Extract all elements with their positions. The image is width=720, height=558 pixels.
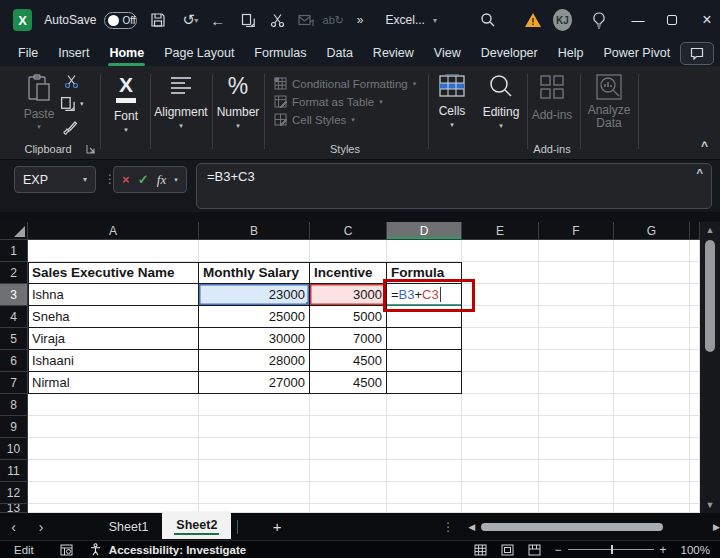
zoom-slider-thumb[interactable] — [611, 545, 613, 554]
cell-C11[interactable] — [310, 460, 387, 482]
cell-A1[interactable] — [28, 240, 199, 262]
enter-entry-button[interactable]: ✓ — [138, 172, 149, 187]
tab-file[interactable]: File — [8, 42, 48, 64]
cell-B10[interactable] — [199, 438, 310, 460]
cell-F5[interactable] — [539, 328, 614, 350]
clipboard-dialog-launcher-icon[interactable] — [86, 144, 96, 154]
row-header-9[interactable]: 9 — [0, 416, 28, 438]
name-box[interactable]: EXP ▾ — [14, 166, 96, 193]
vertical-scrollbar[interactable]: ▲ ▼ — [700, 222, 720, 513]
tab-insert[interactable]: Insert — [48, 42, 99, 64]
cell-B3[interactable]: 23000 — [199, 284, 310, 306]
cell-D10[interactable] — [387, 438, 462, 460]
column-header-F[interactable]: F — [539, 222, 614, 240]
cell-G4[interactable] — [614, 306, 690, 328]
cell-E2[interactable] — [462, 262, 539, 284]
cell-D12[interactable] — [387, 482, 462, 504]
cell-F9[interactable] — [539, 416, 614, 438]
cell-G1[interactable] — [614, 240, 690, 262]
close-button[interactable]: × — [694, 6, 720, 34]
cell-D1[interactable] — [387, 240, 462, 262]
row-header-7[interactable]: 7 — [0, 372, 28, 394]
tab-review[interactable]: Review — [363, 42, 424, 64]
cell-F12[interactable] — [539, 482, 614, 504]
cell-F4[interactable] — [539, 306, 614, 328]
excel-logo-icon[interactable]: X — [13, 9, 32, 31]
row-header-2[interactable]: 2 — [0, 262, 28, 284]
cell-C10[interactable] — [310, 438, 387, 460]
cell-B6[interactable]: 28000 — [199, 350, 310, 372]
cell-E9[interactable] — [462, 416, 539, 438]
cell-E1[interactable] — [462, 240, 539, 262]
comments-button[interactable] — [680, 42, 714, 65]
column-header-B[interactable]: B — [199, 222, 310, 240]
cell-D4[interactable] — [387, 306, 462, 328]
row-header-4[interactable]: 4 — [0, 306, 28, 328]
cell-G8[interactable] — [614, 394, 690, 416]
cell-A2[interactable]: Sales Executive Name — [28, 262, 199, 284]
tab-help[interactable]: Help — [548, 42, 594, 64]
format-painter-button[interactable] — [62, 120, 78, 136]
sheet-tab-sheet2[interactable]: Sheet2 — [162, 511, 231, 539]
cells-group-button[interactable]: Cells ▾ — [432, 74, 472, 128]
formula-input[interactable]: =B3+C3 ^ — [196, 163, 712, 209]
number-group-button[interactable]: % Number ▾ — [216, 74, 260, 129]
cell-E6[interactable] — [462, 350, 539, 372]
cell-B1[interactable] — [199, 240, 310, 262]
macro-record-icon[interactable] — [60, 544, 73, 556]
cell-D6[interactable] — [387, 350, 462, 372]
sheet-tab-sheet1[interactable]: Sheet1 — [95, 514, 163, 539]
column-header-E[interactable]: E — [462, 222, 539, 240]
cell-G7[interactable] — [614, 372, 690, 394]
cell-B8[interactable] — [199, 394, 310, 416]
search-icon[interactable] — [477, 7, 500, 33]
cell-B2[interactable]: Monthly Salary — [199, 262, 310, 284]
cell-A11[interactable] — [28, 460, 199, 482]
cell-G10[interactable] — [614, 438, 690, 460]
insert-function-button[interactable]: fx — [157, 172, 166, 188]
scroll-right-icon[interactable]: ▶ — [713, 522, 720, 532]
vertical-scrollbar-thumb[interactable] — [705, 240, 715, 352]
save-icon[interactable] — [147, 7, 170, 33]
redo-arrow-icon[interactable]: ← — [206, 7, 229, 33]
cell-A9[interactable] — [28, 416, 199, 438]
autosave-toggle[interactable]: Off — [104, 12, 136, 29]
cell-B4[interactable]: 25000 — [199, 306, 310, 328]
cell-C2[interactable]: Incentive — [310, 262, 387, 284]
tab-view[interactable]: View — [424, 42, 471, 64]
cancel-entry-button[interactable]: × — [122, 172, 130, 187]
cell-E7[interactable] — [462, 372, 539, 394]
row-header-10[interactable]: 10 — [0, 438, 28, 460]
cell-A4[interactable]: Sneha — [28, 306, 199, 328]
accessibility-icon[interactable] — [89, 543, 102, 556]
row-header-1[interactable]: 1 — [0, 240, 28, 262]
cell-E13[interactable] — [462, 504, 539, 513]
column-header-D[interactable]: D — [387, 222, 462, 240]
cell-F2[interactable] — [539, 262, 614, 284]
maximize-button[interactable] — [659, 6, 685, 34]
editing-group-button[interactable]: Editing ▾ — [478, 74, 524, 129]
cell-E5[interactable] — [462, 328, 539, 350]
toolbar-overflow-icon[interactable]: » — [349, 7, 372, 33]
cell-B11[interactable] — [199, 460, 310, 482]
cell-D11[interactable] — [387, 460, 462, 482]
cell-D3[interactable]: =B3+C3 — [387, 284, 462, 306]
accessibility-status[interactable]: Accessibility: Investigate — [109, 544, 246, 556]
cut-button[interactable] — [64, 74, 79, 89]
zoom-slider[interactable] — [568, 549, 654, 550]
cell-B9[interactable] — [199, 416, 310, 438]
row-header-8[interactable]: 8 — [0, 394, 28, 416]
cell-F7[interactable] — [539, 372, 614, 394]
horizontal-scrollbar-thumb[interactable] — [481, 523, 663, 531]
cell-C13[interactable] — [310, 504, 387, 513]
cell-C7[interactable]: 4500 — [310, 372, 387, 394]
cell-E8[interactable] — [462, 394, 539, 416]
cell-D5[interactable] — [387, 328, 462, 350]
scroll-down-icon[interactable]: ▼ — [706, 497, 715, 513]
cell-E3[interactable] — [462, 284, 539, 306]
normal-view-icon[interactable] — [474, 544, 487, 556]
row-header-13[interactable]: 13 — [0, 504, 28, 513]
cell-C4[interactable]: 5000 — [310, 306, 387, 328]
cell-C5[interactable]: 7000 — [310, 328, 387, 350]
cell-A12[interactable] — [28, 482, 199, 504]
